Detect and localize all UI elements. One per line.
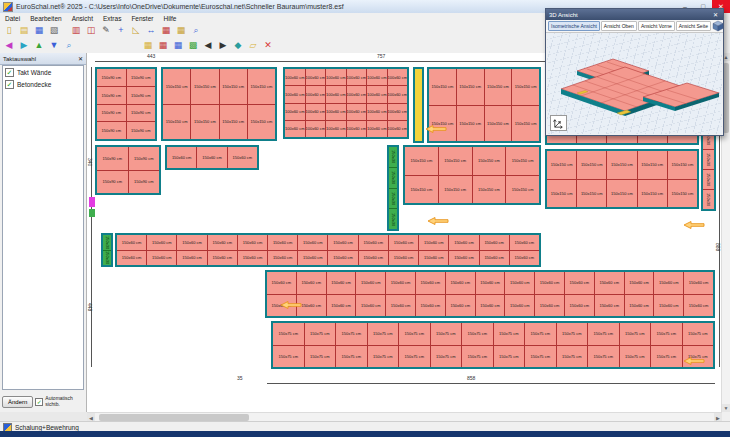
menu-datei[interactable]: Datei [0, 15, 25, 22]
formwork-panel[interactable]: 150x150 cm [485, 106, 512, 142]
table-yellow-icon[interactable]: ▦ [141, 39, 155, 52]
formwork-panel[interactable]: 150x60 cm [228, 147, 257, 168]
change-button[interactable]: Ändern [2, 396, 33, 408]
formwork-panel[interactable]: 150x60 cm [267, 272, 296, 294]
step-forward-icon[interactable]: ▶ [216, 39, 230, 52]
formwork-panel[interactable]: 150x75 cm [494, 346, 525, 368]
horizontal-scroll-thumb[interactable] [99, 414, 249, 421]
formwork-panel[interactable]: 100x60 cm [326, 69, 346, 85]
formwork-panel[interactable]: 100x60 cm [306, 104, 326, 120]
formwork-panel[interactable]: 150x90 cm [127, 122, 156, 139]
parts-table-icon[interactable]: ▦ [174, 24, 188, 37]
formwork-panel[interactable]: 150x90 cm [97, 105, 126, 122]
formwork-panel[interactable]: 150x30 [389, 147, 397, 167]
formwork-panel[interactable]: 150x150 cm [638, 151, 667, 179]
formwork-panel[interactable]: 100x60 cm [388, 121, 408, 137]
formwork-panel[interactable]: 150x60 cm [419, 235, 448, 250]
takt-item-1[interactable]: ✓Betondecke [3, 78, 83, 90]
formwork-panel[interactable]: 100x60 cm [367, 69, 387, 85]
formwork-panel[interactable]: 150x30 [703, 150, 714, 169]
formwork-panel[interactable]: 150x60 cm [359, 251, 388, 266]
formwork-panel[interactable]: 150x60 cm [625, 272, 654, 294]
formwork-panel[interactable]: 150x90 cm [127, 105, 156, 122]
formwork-panel[interactable]: 100x60 cm [388, 86, 408, 102]
formwork-panel[interactable]: 150x60 cm [535, 295, 564, 317]
formwork-panel[interactable]: 150x60 cm [177, 251, 206, 266]
formwork-panel[interactable]: 150x60 cm [268, 235, 297, 250]
formwork-panel[interactable]: 150x75 cm [336, 323, 367, 345]
table-blue-icon[interactable]: ▦ [171, 39, 185, 52]
formwork-panel[interactable]: 150x60 cm [510, 251, 539, 266]
formwork-panel[interactable]: 150x90 cm [97, 147, 128, 170]
viewer3d-window[interactable]: 3D Ansicht ✕ Isometrische AnsichtAnsicht… [545, 8, 724, 136]
formwork-panel[interactable]: 150x90 cm [127, 87, 156, 104]
formwork-panel[interactable]: 150x150 cm [473, 147, 506, 175]
formwork-panel[interactable]: 150x150 cm [547, 151, 576, 179]
viewer3d-tab-2[interactable]: Ansicht Vorne [638, 21, 675, 31]
formwork-panel[interactable]: 150x60 cm [359, 235, 388, 250]
formwork-panel[interactable]: 150x60 cm [356, 295, 385, 317]
formwork-panel[interactable]: 150x75 cm [368, 323, 399, 345]
formwork-panel[interactable]: 150x75 cm [525, 323, 556, 345]
cube-icon[interactable] [712, 20, 724, 32]
viewer3d-tab-1[interactable]: Ansicht Oben [601, 21, 637, 31]
formwork-panel[interactable]: 150x60 cm [117, 235, 146, 250]
save-file-icon[interactable]: ▦ [32, 24, 46, 37]
formwork-panel[interactable]: 150x30 [703, 190, 714, 209]
formwork-panel[interactable]: 150x60 cm [476, 272, 505, 294]
formwork-panel[interactable]: 100x60 cm [285, 86, 305, 102]
print-icon[interactable]: ▧ [47, 24, 61, 37]
slab-tool-icon[interactable]: ◫ [84, 24, 98, 37]
formwork-panel[interactable]: 150x60 cm [147, 235, 176, 250]
formwork-panel[interactable]: 100x60 cm [326, 104, 346, 120]
formwork-panel[interactable]: 100x60 cm [306, 86, 326, 102]
menu-fenster[interactable]: Fenster [126, 15, 158, 22]
formwork-panel[interactable]: 150x60 cm [416, 295, 445, 317]
formwork-panel[interactable]: 150x150 cm [577, 151, 606, 179]
formwork-panel[interactable]: 100x60 cm [367, 86, 387, 102]
formwork-panel[interactable]: 150x60 cm [684, 272, 713, 294]
formwork-panel[interactable]: 150x60 cm [654, 295, 683, 317]
menu-ansicht[interactable]: Ansicht [67, 15, 98, 22]
delete-tool-icon[interactable]: ✕ [261, 39, 275, 52]
formwork-panel[interactable]: 100x60 cm [306, 121, 326, 137]
formwork-panel[interactable]: 100x60 cm [306, 69, 326, 85]
formwork-panel[interactable]: 150x60 cm [565, 295, 594, 317]
table-red-icon[interactable]: ▦ [156, 39, 170, 52]
formwork-panel[interactable]: 150x75 cm [588, 346, 619, 368]
formwork-panel[interactable]: 150x150 cm [506, 147, 539, 175]
formwork-panel[interactable]: 150x60 cm [238, 251, 267, 266]
formwork-panel[interactable]: 150x75 cm [399, 346, 430, 368]
formwork-panel[interactable]: 150x90 cm [127, 69, 156, 86]
formwork-panel[interactable]: 100x60 cm [367, 121, 387, 137]
formwork-panel[interactable]: 150x60 cm [449, 235, 478, 250]
takt-checkbox[interactable]: ✓ [5, 80, 14, 89]
formwork-panel[interactable]: 150x60 cm [117, 251, 146, 266]
formwork-panel[interactable]: 150x75 cm [557, 346, 588, 368]
formwork-panel[interactable]: 150x75 cm [620, 346, 651, 368]
formwork-panel[interactable]: 150x150 cm [163, 105, 190, 140]
formwork-panel[interactable]: 150x60 cm [177, 235, 206, 250]
filler-piece[interactable] [89, 197, 95, 207]
formwork-panel[interactable]: 150x150 cm [220, 69, 247, 104]
nav-right-icon[interactable]: ▶ [17, 39, 31, 52]
formwork-panel[interactable]: 100x60 cm [388, 104, 408, 120]
formwork-panel[interactable]: 150x150 cm [547, 180, 576, 208]
viewer3d-tab-0[interactable]: Isometrische Ansicht [548, 21, 600, 31]
diamond-tool-icon[interactable]: ◆ [231, 39, 245, 52]
scroll-down-icon[interactable]: ▼ [722, 404, 730, 412]
formwork-panel[interactable]: 150x75 cm [620, 323, 651, 345]
formwork-panel[interactable] [415, 69, 422, 141]
crosshair-tool-icon[interactable]: + [114, 24, 128, 37]
formwork-panel[interactable]: 150x60 cm [356, 272, 385, 294]
formwork-panel[interactable]: 150x60 cm [476, 295, 505, 317]
formwork-panel[interactable]: 150x75 cm [651, 346, 682, 368]
viewer3d-viewport[interactable] [547, 33, 722, 134]
ruler-tool-icon[interactable]: ◺ [129, 24, 143, 37]
formwork-panel[interactable]: 150x60 cm [595, 272, 624, 294]
viewer3d-tab-3[interactable]: Ansicht Seite [676, 21, 711, 31]
formwork-panel[interactable]: 100x60 cm [285, 69, 305, 85]
formwork-panel[interactable]: 150x60 cm [327, 295, 356, 317]
formwork-panel[interactable]: 150x90 cm [129, 171, 160, 194]
formwork-panel[interactable]: 150x75 cm [399, 323, 430, 345]
